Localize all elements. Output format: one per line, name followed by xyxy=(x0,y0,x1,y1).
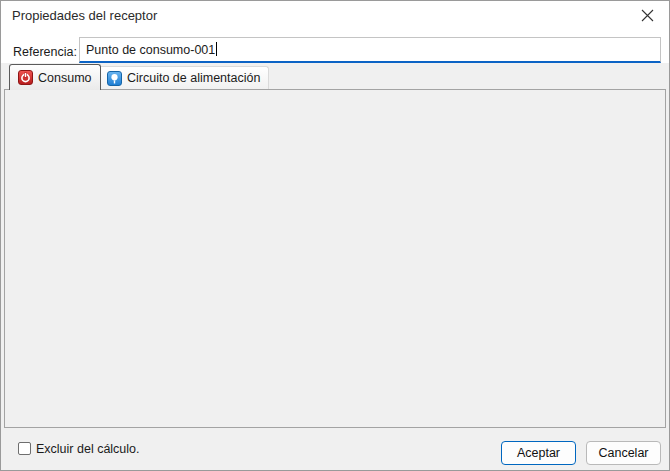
power-icon xyxy=(18,70,33,85)
dialog-propiedades-receptor: Propiedades del receptor Referencia: Pun… xyxy=(0,0,670,471)
referencia-input[interactable]: Punto de consumo-001 xyxy=(79,37,661,63)
text-caret xyxy=(216,42,217,56)
excluir-calculo-checkbox[interactable] xyxy=(18,442,31,455)
tab-circuito-label: Circuito de alimentación xyxy=(127,71,260,85)
referencia-label: Referencia: xyxy=(13,45,77,59)
tab-circuito-alimentacion[interactable]: Circuito de alimentación xyxy=(98,66,269,89)
close-icon xyxy=(641,9,654,22)
aceptar-button[interactable]: Aceptar xyxy=(501,441,576,465)
cancelar-button[interactable]: Cancelar xyxy=(586,441,661,465)
tab-consumo-label: Consumo xyxy=(38,71,92,85)
close-button[interactable] xyxy=(633,3,661,27)
referencia-value: Punto de consumo-001 xyxy=(86,43,215,57)
pin-icon xyxy=(107,71,122,86)
excluir-calculo-row: Excluir del cálculo. xyxy=(18,442,140,456)
tab-page-consumo xyxy=(4,89,666,428)
tab-consumo[interactable]: Consumo xyxy=(9,64,101,90)
dialog-title: Propiedades del receptor xyxy=(12,8,157,23)
excluir-calculo-label: Excluir del cálculo. xyxy=(36,442,140,456)
